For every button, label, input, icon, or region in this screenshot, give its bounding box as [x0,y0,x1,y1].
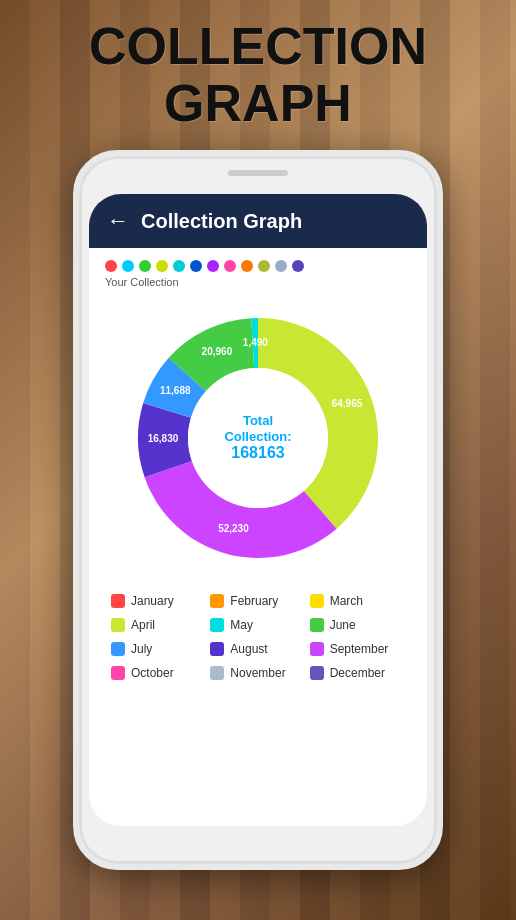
legend-label: October [131,666,174,680]
collection-dot [241,260,253,272]
back-button[interactable]: ← [107,208,129,234]
legend-label: June [330,618,356,632]
legend-item: June [310,618,405,632]
legend-item: March [310,594,405,608]
legend-color-box [310,642,324,656]
legend-label: November [230,666,285,680]
legend-item: January [111,594,206,608]
color-dots-row [105,260,411,272]
app-header: ← Collection Graph [89,194,427,248]
legend-item: July [111,642,206,656]
collection-dot [190,260,202,272]
legend-color-box [111,618,125,632]
chart-value-label: 11,688 [160,385,191,396]
collection-dot [207,260,219,272]
legend-label: April [131,618,155,632]
phone-frame: ← Collection Graph Your Collection 64,96… [73,150,443,870]
legend-color-box [310,594,324,608]
collection-dot [156,260,168,272]
svg-point-0 [188,368,328,508]
chart-value-label: 16,830 [148,433,179,444]
legend-item: February [210,594,305,608]
collection-dot [258,260,270,272]
legend-label: May [230,618,253,632]
legend-color-box [111,594,125,608]
collection-dot [292,260,304,272]
collection-dot [275,260,287,272]
legend-label: September [330,642,389,656]
legend-label: March [330,594,363,608]
chart-value-label: 52,230 [218,523,249,534]
legend-item: December [310,666,405,680]
collection-dot [173,260,185,272]
content-area: Your Collection 64,96552,23016,83011,688… [89,248,427,692]
legend-color-box [310,666,324,680]
legend-label: January [131,594,174,608]
legend-label: August [230,642,267,656]
legend-item: May [210,618,305,632]
phone-speaker [228,170,288,176]
legend-color-box [210,594,224,608]
your-collection-label: Your Collection [105,276,411,288]
legend-color-box [210,618,224,632]
page-title: COLLECTION GRAPH [0,18,516,132]
legend: JanuaryFebruaryMarchAprilMayJuneJulyAugu… [105,594,411,680]
legend-item: September [310,642,405,656]
legend-item: April [111,618,206,632]
legend-color-box [210,642,224,656]
legend-color-box [210,666,224,680]
collection-dot [122,260,134,272]
collection-dot [224,260,236,272]
legend-color-box [310,618,324,632]
legend-item: August [210,642,305,656]
legend-color-box [111,642,125,656]
collection-dot [105,260,117,272]
legend-item: November [210,666,305,680]
legend-label: February [230,594,278,608]
app-header-title: Collection Graph [141,210,302,233]
donut-chart: 64,96552,23016,83011,68820,9601,490 Tota… [118,298,398,578]
phone-screen: ← Collection Graph Your Collection 64,96… [89,194,427,826]
collection-dot [139,260,151,272]
legend-item: October [111,666,206,680]
legend-color-box [111,666,125,680]
chart-value-label: 20,960 [202,346,233,357]
legend-label: December [330,666,385,680]
chart-value-label: 64,965 [332,398,363,409]
chart-value-label: 1,490 [243,337,268,348]
legend-label: July [131,642,152,656]
